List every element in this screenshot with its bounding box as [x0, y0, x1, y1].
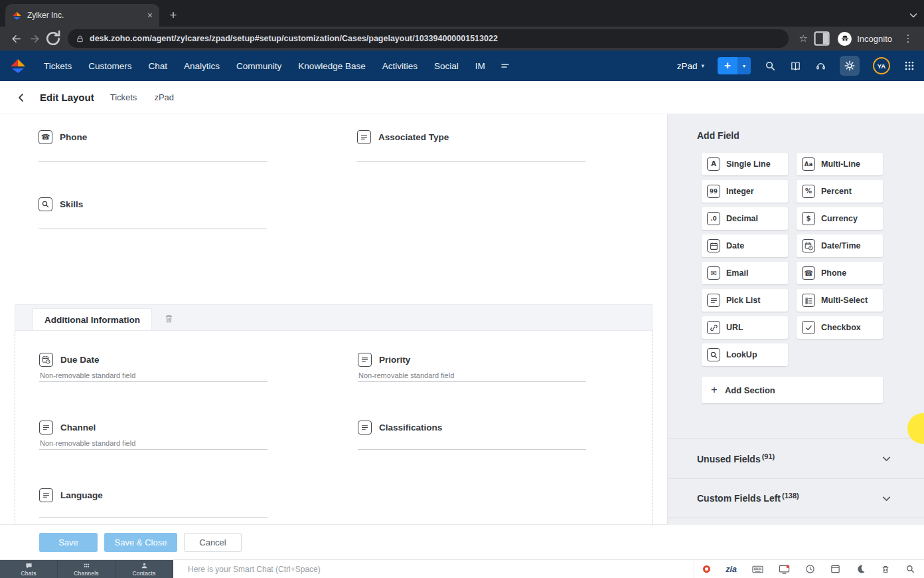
incognito-indicator: Incognito	[838, 32, 892, 46]
knowledge-book-icon[interactable]	[789, 60, 801, 72]
chat-bar-icons: zia	[694, 560, 924, 578]
decimal-icon: .0	[707, 212, 720, 225]
history-clock-icon[interactable]	[805, 564, 815, 574]
layout-canvas: ☎ Phone Associated Type Skills	[0, 114, 668, 525]
headset-icon[interactable]	[814, 60, 826, 72]
action-bar: Save Save & Close Cancel	[0, 525, 924, 559]
edit-layout-header: Edit Layout Tickets zPad	[0, 81, 924, 114]
field-type-integer[interactable]: 99 Integer	[702, 180, 788, 203]
setup-gear-icon[interactable]	[840, 56, 860, 76]
delete-section-icon[interactable]	[164, 314, 174, 324]
zoho-desk-logo[interactable]	[9, 58, 27, 74]
field-type-checkbox[interactable]: Checkbox	[797, 316, 883, 339]
nav-item-tickets[interactable]: Tickets	[44, 61, 72, 71]
nav-more-icon[interactable]	[500, 60, 510, 71]
layout-field-skills[interactable]: Skills	[38, 197, 343, 264]
field-type-single-line[interactable]: A Single Line	[702, 153, 788, 175]
field-type-date-time[interactable]: Date/Time	[797, 235, 883, 257]
nav-item-activities[interactable]: Activities	[382, 61, 418, 71]
night-mode-moon-icon[interactable]	[856, 564, 866, 574]
field-type-percent[interactable]: % Percent	[797, 180, 883, 203]
window-card-icon[interactable]	[830, 564, 840, 574]
field-type-label: Multi-Line	[821, 159, 860, 169]
quick-add-caret-icon[interactable]: ▾	[737, 57, 751, 74]
back-button[interactable]	[7, 29, 25, 48]
field-type-lookup[interactable]: LookUp	[702, 343, 788, 366]
nav-item-im[interactable]: IM	[475, 61, 485, 71]
layout-field-priority[interactable]: Priority Non-removable standard field	[358, 353, 662, 421]
add-section-button[interactable]: + Add Section	[702, 377, 883, 403]
field-type-date[interactable]: Date	[702, 235, 788, 257]
search-icon[interactable]	[764, 60, 776, 72]
keyboard-icon[interactable]	[752, 565, 763, 574]
section-additional-information: Additional Information Due Date Non-remo…	[15, 304, 653, 525]
field-type-email[interactable]: ✉ Email	[702, 262, 788, 284]
nav-item-chat[interactable]: Chat	[149, 61, 168, 71]
chat-tab-label: Contacts	[132, 570, 155, 577]
field-type-pick-list[interactable]: Pick List	[702, 289, 788, 312]
status-ring-icon[interactable]	[703, 565, 710, 573]
field-label: Classifications	[379, 423, 442, 433]
chat-tab-contacts[interactable]: Contacts	[116, 560, 173, 578]
field-underline	[39, 449, 268, 450]
field-type-decimal[interactable]: .0 Decimal	[702, 207, 788, 230]
chat-tab-channels[interactable]: Channels	[58, 560, 116, 578]
field-type-label: LookUp	[726, 350, 757, 359]
layout-field-classifications[interactable]: Classifications	[358, 421, 662, 488]
cancel-button[interactable]: Cancel	[184, 533, 242, 552]
nav-item-knowledge-base[interactable]: Knowledge Base	[298, 61, 365, 71]
avatar[interactable]: YA	[873, 57, 890, 74]
section-title[interactable]: Additional Information	[33, 308, 152, 330]
zia-icon[interactable]: zia	[726, 565, 737, 574]
side-panel-icon[interactable]	[812, 29, 831, 48]
unused-fields-toggle[interactable]: Unused Fields (91)	[668, 438, 924, 478]
field-type-label: Date/Time	[821, 241, 861, 250]
field-type-label: Multi-Select	[821, 296, 868, 305]
department-selector[interactable]: zPad ▾	[677, 61, 704, 71]
trash-icon[interactable]	[881, 564, 890, 574]
field-underline	[358, 381, 586, 382]
multi-line-icon: Aa	[802, 157, 815, 171]
field-type-currency[interactable]: $ Currency	[797, 207, 883, 230]
browser-toolbar: desk.zoho.com/agent/zylcares/zpad/setup#…	[0, 27, 924, 50]
layout-field-channel[interactable]: Channel Non-removable standard field	[39, 421, 343, 488]
browser-tab[interactable]: Zylker Inc. ×	[5, 4, 159, 27]
layout-field-language[interactable]: Language	[39, 488, 343, 525]
save-button[interactable]: Save	[39, 533, 98, 552]
single-line-icon: A	[707, 157, 720, 171]
layout-field-associated-type[interactable]: Associated Type	[357, 130, 661, 197]
nav-item-analytics[interactable]: Analytics	[184, 61, 220, 71]
field-type-url[interactable]: URL	[702, 316, 788, 339]
nav-item-customers[interactable]: Customers	[88, 61, 131, 71]
forward-button[interactable]	[25, 29, 44, 48]
custom-fields-left-toggle[interactable]: Custom Fields Left (138)	[668, 478, 924, 518]
tab-search-chevron-icon[interactable]	[908, 10, 919, 21]
browser-menu-icon[interactable]: ⋮	[899, 29, 917, 48]
plus-icon[interactable]: +	[718, 57, 737, 74]
smart-chat-input[interactable]	[173, 560, 694, 578]
custom-fields-left-label: Custom Fields Left	[697, 493, 781, 504]
field-type-phone[interactable]: ☎ Phone	[797, 262, 883, 284]
nav-item-social[interactable]: Social	[434, 61, 459, 71]
picklist-icon	[39, 421, 53, 434]
nav-item-community[interactable]: Community	[236, 61, 281, 71]
field-type-multi-line[interactable]: Aa Multi-Line	[797, 153, 883, 175]
chat-tab-chats[interactable]: Chats	[0, 560, 58, 578]
notifications-icon[interactable]	[779, 564, 790, 575]
field-type-multi-select[interactable]: Multi-Select	[797, 289, 883, 312]
layout-field-phone[interactable]: ☎ Phone	[38, 130, 343, 197]
new-tab-button[interactable]: +	[165, 7, 182, 24]
field-underline	[38, 161, 267, 162]
layout-field-due-date[interactable]: Due Date Non-removable standard field	[39, 353, 343, 421]
save-close-button[interactable]: Save & Close	[104, 533, 177, 552]
unused-fields-count: (91)	[762, 452, 775, 460]
address-bar[interactable]: desk.zoho.com/agent/zylcares/zpad/setup#…	[68, 29, 789, 48]
tab-close-icon[interactable]: ×	[147, 10, 153, 21]
bookmark-star-icon[interactable]: ☆	[794, 29, 812, 48]
reload-button[interactable]	[44, 29, 62, 48]
apps-grid-icon[interactable]	[903, 60, 915, 72]
quick-add-button[interactable]: + ▾	[718, 57, 751, 74]
chat-search-icon[interactable]	[905, 564, 915, 574]
back-chevron-icon[interactable]	[16, 92, 27, 103]
plus-icon: +	[711, 383, 718, 397]
